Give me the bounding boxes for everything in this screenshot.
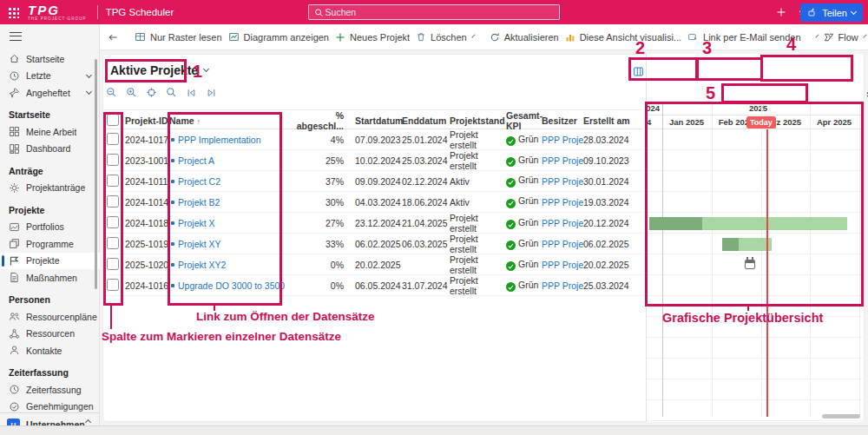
- global-search[interactable]: [308, 4, 560, 20]
- sidebar-item-ressourcenplaene[interactable]: Ressourcenpläne: [0, 308, 100, 326]
- table-row[interactable]: 2025-1019 Projekt XY 33% 06.02.2025 06.0…: [102, 234, 642, 254]
- sidebar-item-meine-arbeit[interactable]: Meine Arbeit: [0, 123, 100, 141]
- skip-to-end-icon[interactable]: [206, 88, 217, 98]
- search-magnifier-icon[interactable]: [166, 87, 177, 98]
- pin-icon: [9, 87, 20, 98]
- new-project-button[interactable]: Neues Projekt: [335, 32, 410, 43]
- project-open-link[interactable]: Project C2: [178, 176, 220, 187]
- col-name[interactable]: Name↑: [169, 115, 295, 126]
- visualize-view-button[interactable]: Diese Ansicht visualisi...: [565, 32, 681, 43]
- chevron-down-icon[interactable]: [815, 34, 819, 37]
- col-gesamt-kpi[interactable]: Gesamt-KPI: [506, 110, 542, 131]
- chevron-down-icon[interactable]: [471, 34, 475, 37]
- row-checkbox[interactable]: [107, 216, 119, 228]
- view-selector[interactable]: Aktive Projekte: [110, 63, 208, 77]
- project-open-link[interactable]: Project A: [178, 155, 214, 166]
- share-button[interactable]: Teilen: [800, 3, 863, 22]
- cell-projekt-id: 2025-1020: [125, 260, 169, 270]
- cell-projekt-id: 2024-1011: [125, 176, 169, 187]
- select-all-checkbox[interactable]: [107, 114, 119, 126]
- read-grid-only-button[interactable]: Nur Raster lesen: [135, 31, 222, 43]
- sidebar-item-portfolios[interactable]: Portfolios: [0, 219, 100, 236]
- zoom-fit-icon[interactable]: [146, 87, 157, 98]
- refresh-button[interactable]: Aktualisieren: [490, 32, 559, 43]
- col-projekt-id[interactable]: Projekt-ID: [125, 115, 169, 126]
- owner-link[interactable]: PPP Project Ma: [542, 155, 583, 166]
- col-enddatum[interactable]: Enddatum: [402, 115, 450, 126]
- chevron-down-icon[interactable]: [86, 72, 92, 78]
- project-open-link[interactable]: Projekt XY2: [178, 260, 226, 270]
- sidebar-scrollbar[interactable]: [95, 59, 97, 289]
- chevron-down-icon[interactable]: [86, 89, 92, 95]
- owner-link[interactable]: PPP Project Ma: [542, 239, 583, 249]
- table-row[interactable]: 2024-1017 PPP Implementation 4% 07.09.20…: [102, 129, 642, 150]
- row-checkbox[interactable]: [107, 258, 119, 270]
- skip-to-start-icon[interactable]: [186, 88, 197, 98]
- owner-link[interactable]: PPP Project Ma: [542, 176, 583, 187]
- sidebar-item-startseite[interactable]: Startseite: [0, 50, 100, 68]
- global-search-input[interactable]: [324, 6, 554, 18]
- owner-link[interactable]: PPP Project Ma: [542, 135, 583, 145]
- project-open-link[interactable]: Projekt X: [178, 218, 215, 228]
- col-pct[interactable]: % abgeschl...: [295, 110, 347, 131]
- cell-gesamt-kpi: Grün: [506, 134, 542, 147]
- owner-link[interactable]: PPP Project Ma: [542, 260, 583, 270]
- sidebar-item-massnahmen[interactable]: Maßnahmen: [0, 269, 100, 287]
- table-row[interactable]: 2023-1001 Project A 25% 10.02.2024 25.03…: [102, 150, 642, 171]
- zoom-out-icon[interactable]: [106, 87, 117, 98]
- gantt-bar[interactable]: [649, 217, 847, 230]
- back-button[interactable]: [107, 32, 119, 43]
- sidebar-item-ressourcen[interactable]: Ressourcen: [0, 326, 100, 343]
- row-checkbox[interactable]: [107, 195, 119, 208]
- sidebar-item-projektantraege[interactable]: Projektanträge: [0, 180, 100, 197]
- email-link-button[interactable]: Link per E-Mail senden: [687, 32, 801, 43]
- app-launcher-icon[interactable]: [8, 7, 19, 18]
- sidebar-item-zeiterfassung[interactable]: Zeiterfassung: [0, 381, 100, 399]
- delete-button[interactable]: Löschen: [416, 31, 467, 43]
- table-row[interactable]: 2025-1020 Projekt XY2 0% 20.02.2025 Proj…: [102, 254, 642, 275]
- col-erstellt-am[interactable]: Erstellt am: [583, 115, 642, 126]
- row-checkbox[interactable]: [107, 279, 119, 291]
- sidebar-item-programme[interactable]: Programme: [0, 235, 100, 253]
- grid-icon: [135, 31, 146, 43]
- row-checkbox[interactable]: [107, 175, 119, 187]
- gantt-horizontal-scrollbar[interactable]: [822, 414, 860, 419]
- sidebar-item-dashboard[interactable]: Dashboard: [0, 141, 100, 158]
- flow-button[interactable]: Flow: [824, 32, 858, 43]
- gantt-milestone-calendar-icon[interactable]: [745, 260, 755, 269]
- gantt-bar[interactable]: [722, 238, 772, 251]
- col-projektstand[interactable]: Projektstand: [450, 115, 506, 126]
- powerbi-icon: [565, 32, 575, 43]
- table-row[interactable]: 2024-1016 Upgrade DO 3000 to 3500 0% 06.…: [102, 275, 642, 296]
- project-open-link[interactable]: Projekt B2: [178, 197, 220, 208]
- sidebar-item-projekte[interactable]: Projekte: [0, 253, 100, 270]
- show-chart-button[interactable]: Diagramm anzeigen: [228, 31, 329, 43]
- gantt-zoom-controls: [106, 87, 217, 98]
- owner-link[interactable]: PPP Project Ma: [542, 218, 583, 228]
- grid-settings-button[interactable]: [865, 89, 868, 100]
- add-icon[interactable]: [776, 7, 786, 17]
- col-startdatum[interactable]: Startdatum: [347, 115, 402, 126]
- cell-pct: 33%: [295, 239, 347, 249]
- row-checkbox[interactable]: [107, 133, 119, 145]
- gantt-year-gridline: [662, 102, 663, 417]
- bullet-icon: [171, 138, 174, 142]
- col-besitzer[interactable]: Besitzer: [542, 115, 583, 126]
- zoom-in-icon[interactable]: [126, 87, 137, 98]
- row-checkbox[interactable]: [107, 154, 119, 166]
- sidebar-item-letzte[interactable]: Letzte: [0, 68, 100, 85]
- owner-link[interactable]: PPP Project Ma: [542, 197, 583, 208]
- project-open-link[interactable]: Upgrade DO 3000 to 3500: [178, 280, 285, 291]
- owner-link[interactable]: PPP Project Ma: [542, 280, 583, 291]
- table-row[interactable]: 2024-1018 Projekt X 27% 23.12.2024 21.04…: [102, 213, 642, 234]
- project-open-link[interactable]: PPP Implementation: [178, 135, 261, 145]
- chevron-down-icon[interactable]: [863, 34, 866, 37]
- project-open-link[interactable]: Projekt XY: [178, 239, 221, 249]
- table-row[interactable]: 2024-1014 Projekt B2 30% 04.03.2024 18.0…: [102, 192, 642, 213]
- hamburger-menu-icon[interactable]: [10, 32, 22, 41]
- sidebar-item-kontakte[interactable]: Kontakte: [0, 342, 100, 359]
- sidebar-item-angeheftet[interactable]: Angeheftet: [0, 84, 100, 102]
- row-checkbox[interactable]: [107, 237, 119, 249]
- gantt-panel[interactable]: 2024 2025 Dez 2024 Jan 2025 Feb 2025 Mrz…: [646, 54, 863, 422]
- table-row[interactable]: 2024-1011 Project C2 37% 09.09.2024 02.1…: [102, 171, 642, 192]
